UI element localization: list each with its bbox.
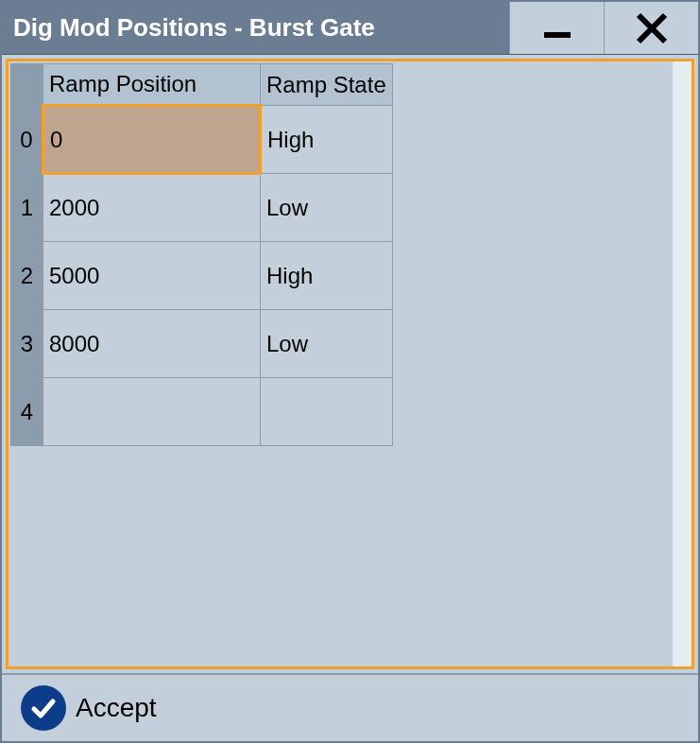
titlebar-buttons [509,2,698,54]
positions-table: Ramp Position Ramp State 00High12000Low2… [10,63,393,446]
cell-ramp-state[interactable] [261,378,393,446]
cell-ramp-state[interactable]: Low [261,310,393,378]
cell-ramp-state[interactable]: High [261,106,393,174]
cell-ramp-position[interactable]: 8000 [43,310,261,378]
table-row: 00High [11,106,393,174]
accept-label: Accept [76,693,157,723]
cell-ramp-state[interactable]: High [261,242,393,310]
table-row: 12000Low [11,174,393,242]
cell-ramp-position[interactable]: 2000 [43,174,261,242]
scrollbar[interactable] [673,61,691,666]
table-row: 4 [11,378,393,446]
row-index[interactable]: 3 [11,310,43,378]
dialog-window: Dig Mod Positions - Burst Gate [0,0,700,743]
row-index[interactable]: 0 [11,106,43,174]
window-title: Dig Mod Positions - Burst Gate [2,2,509,54]
cell-ramp-position[interactable]: 0 [43,106,261,174]
table-row: 38000Low [11,310,393,378]
svg-rect-0 [544,32,571,38]
content-inner: Ramp Position Ramp State 00High12000Low2… [6,59,694,669]
check-icon [21,685,66,731]
close-button[interactable] [604,2,698,54]
close-icon [633,9,671,47]
accept-button[interactable]: Accept [21,685,157,731]
cell-ramp-position[interactable] [43,378,261,446]
header-state[interactable]: Ramp State [261,64,393,106]
header-position[interactable]: Ramp Position [43,64,261,106]
table-row: 25000High [11,242,393,310]
content-area: Ramp Position Ramp State 00High12000Low2… [2,55,698,673]
header-rownum [11,64,43,106]
cell-ramp-position[interactable]: 5000 [43,242,261,310]
minimize-button[interactable] [509,2,604,54]
row-index[interactable]: 4 [11,378,43,446]
minimize-icon [538,9,576,47]
cell-ramp-state[interactable]: Low [261,174,393,242]
row-index[interactable]: 2 [11,242,43,310]
row-index[interactable]: 1 [11,174,43,242]
footer: Accept [2,673,698,741]
titlebar: Dig Mod Positions - Burst Gate [2,2,698,55]
table-header-row: Ramp Position Ramp State [11,64,393,106]
